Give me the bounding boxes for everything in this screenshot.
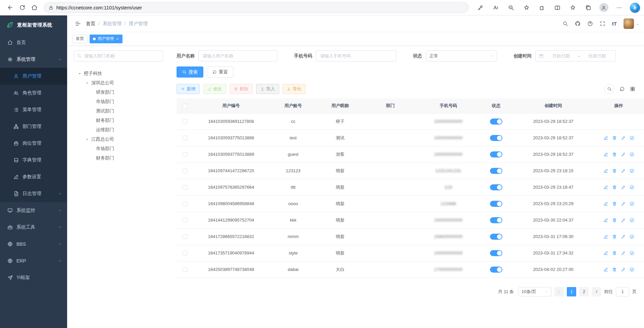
date-range-picker[interactable]: 开始日期 - 结束日期 [535, 50, 616, 61]
row-checkbox[interactable] [183, 152, 187, 157]
page-2-button[interactable]: 2 [579, 287, 589, 296]
fullscreen-icon[interactable] [600, 21, 605, 27]
status-toggle[interactable] [490, 217, 502, 223]
sidebar-item-system-monitor[interactable]: 系统监控 [0, 202, 67, 219]
next-page-button[interactable] [592, 287, 601, 296]
search-icon[interactable] [562, 21, 568, 27]
sidebar-item-log-management[interactable]: 日志管理 [0, 185, 67, 202]
reset-password-icon[interactable] [621, 234, 626, 239]
row-checkbox[interactable] [183, 201, 187, 206]
status-toggle[interactable] [490, 151, 502, 157]
reset-password-icon[interactable] [621, 185, 626, 190]
status-toggle[interactable] [490, 267, 502, 273]
row-checkbox[interactable] [183, 119, 187, 124]
reset-password-icon[interactable] [621, 251, 626, 255]
import-button[interactable]: 导入 [256, 84, 279, 94]
split-screen-icon[interactable] [551, 2, 564, 14]
row-checkbox[interactable] [183, 169, 187, 173]
zoom-icon[interactable] [504, 2, 518, 14]
prev-page-button[interactable] [554, 287, 564, 296]
assign-role-icon[interactable] [630, 267, 634, 272]
add-button[interactable]: 新增 [177, 84, 200, 94]
status-toggle[interactable] [490, 168, 502, 174]
assign-role-icon[interactable] [630, 169, 634, 173]
phone-input[interactable] [316, 50, 396, 61]
tab-user-management[interactable]: 用户管理 [90, 35, 122, 43]
tree-node[interactable]: 深圳总公司 [74, 78, 163, 88]
status-toggle[interactable] [490, 250, 502, 256]
status-select[interactable]: 正常 [426, 50, 497, 61]
sidebar-item-user-management[interactable]: 用户管理 [0, 68, 67, 85]
row-checkbox[interactable] [183, 136, 187, 140]
edit-row-icon[interactable] [603, 234, 608, 239]
sidebar-item-dept-management[interactable]: 部门管理 [0, 118, 67, 135]
font-size-icon[interactable] [612, 21, 617, 27]
status-toggle[interactable] [490, 119, 502, 125]
edit-row-icon[interactable] [603, 267, 608, 272]
add-favorite-icon[interactable] [520, 2, 533, 14]
tree-node[interactable]: 市场部门 [74, 97, 163, 106]
caret-down-icon[interactable] [77, 72, 82, 76]
tree-node[interactable]: 运维部门 [74, 125, 163, 135]
delete-row-icon[interactable] [612, 234, 617, 239]
delete-button[interactable]: 删除 [230, 84, 253, 94]
chevron-down-icon[interactable] [636, 23, 639, 26]
edit-row-icon[interactable] [603, 201, 608, 206]
caret-down-icon[interactable] [85, 81, 89, 85]
tree-node[interactable]: 市场部门 [74, 144, 163, 153]
status-toggle[interactable] [490, 184, 502, 190]
tab-home[interactable]: 首页 [72, 35, 87, 43]
browser-reload-icon[interactable] [16, 2, 28, 14]
sidebar-item-param-settings[interactable]: 参数设置 [0, 169, 67, 185]
delete-row-icon[interactable] [612, 201, 617, 206]
bing-chat-icon[interactable] [630, 3, 640, 13]
refresh-table-icon[interactable] [620, 86, 625, 92]
status-toggle[interactable] [490, 234, 502, 240]
reset-password-icon[interactable] [621, 201, 626, 206]
reset-button[interactable]: 重置 [207, 66, 234, 78]
read-aloud-icon[interactable] [489, 2, 502, 14]
caret-down-icon[interactable] [85, 138, 89, 141]
status-toggle[interactable] [490, 201, 502, 207]
reset-password-icon[interactable] [621, 267, 626, 272]
delete-row-icon[interactable] [612, 152, 617, 157]
breadcrumb-home[interactable]: 首页 [86, 21, 95, 27]
select-all-checkbox[interactable] [183, 104, 187, 108]
department-search-input[interactable] [74, 50, 163, 61]
assign-role-icon[interactable] [630, 218, 634, 223]
browser-home-icon[interactable] [28, 2, 40, 14]
reset-password-icon[interactable] [621, 136, 626, 140]
reset-password-icon[interactable] [621, 152, 626, 157]
question-icon[interactable] [587, 21, 593, 27]
edit-row-icon[interactable] [603, 218, 608, 223]
app-logo[interactable]: 意框架管理系统 [0, 15, 67, 34]
status-toggle[interactable] [490, 135, 502, 141]
edit-row-icon[interactable] [603, 169, 608, 173]
sidebar-item-dict-management[interactable]: 字典管理 [0, 152, 67, 169]
delete-row-icon[interactable] [612, 185, 617, 190]
assign-role-icon[interactable] [630, 251, 634, 255]
row-checkbox[interactable] [183, 234, 187, 239]
username-input[interactable] [198, 50, 278, 61]
row-checkbox[interactable] [183, 185, 187, 190]
delete-row-icon[interactable] [612, 136, 617, 140]
goto-page-input[interactable] [616, 287, 629, 296]
delete-row-icon[interactable] [612, 218, 617, 223]
tree-node[interactable]: 财务部门 [74, 153, 163, 163]
tree-node[interactable]: 研发部门 [74, 88, 163, 97]
row-checkbox[interactable] [183, 267, 187, 272]
search-button[interactable]: 搜索 [177, 66, 203, 78]
toggle-search-icon[interactable] [604, 84, 614, 94]
assign-role-icon[interactable] [630, 185, 634, 190]
more-options-icon[interactable] [612, 2, 626, 14]
collapse-sidebar-icon[interactable] [72, 18, 84, 30]
github-icon[interactable] [575, 21, 581, 27]
sidebar-item-bbs[interactable]: BBS [0, 236, 67, 252]
tree-node[interactable]: 财务部门 [74, 116, 163, 125]
close-icon[interactable] [116, 37, 119, 41]
edit-row-icon[interactable] [603, 185, 608, 190]
edit-row-icon[interactable] [603, 251, 608, 255]
row-checkbox[interactable] [183, 251, 187, 255]
sidebar-item-system-tools[interactable]: 系统工具 [0, 219, 67, 236]
password-key-icon[interactable] [474, 2, 487, 14]
